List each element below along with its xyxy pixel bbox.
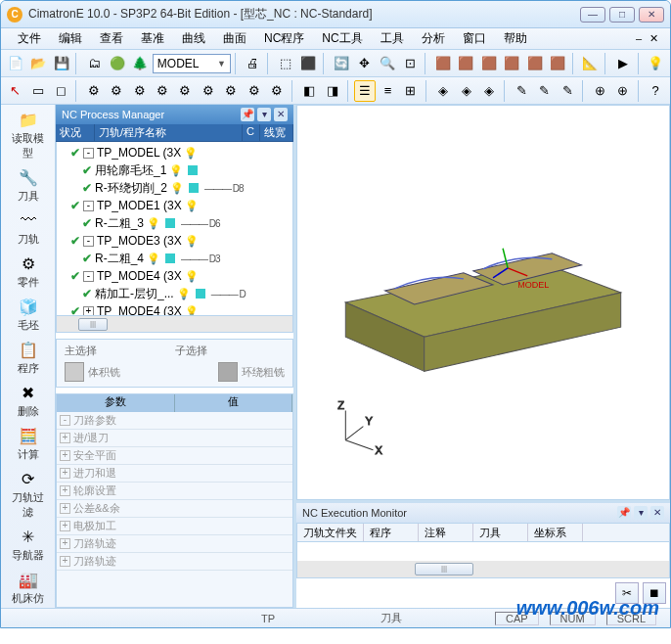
nc1-icon[interactable]: ⚙ — [83, 80, 104, 102]
measure-icon[interactable]: 📐 — [580, 53, 601, 74]
bulb-icon[interactable]: 💡 — [185, 305, 199, 317]
opt2-icon[interactable]: ≡ — [378, 80, 398, 102]
f1-icon[interactable]: ⊕ — [590, 80, 610, 102]
expand-icon[interactable]: + — [60, 433, 70, 443]
leftbar-5[interactable]: 📋程序 — [8, 339, 49, 376]
iso4-icon[interactable]: 🟫 — [501, 53, 521, 74]
menu-surface[interactable]: 曲面 — [214, 30, 255, 47]
menu-file[interactable]: 文件 — [9, 30, 50, 47]
param-row-3[interactable]: + 进刀和退 — [57, 465, 292, 483]
tree-row-9[interactable]: ✔ + TP_MODE4 (3X 💡 — [59, 302, 291, 316]
leftbar-10[interactable]: 🏭机床仿真 — [8, 569, 49, 608]
param-row-8[interactable]: + 刀路轨迹 — [57, 553, 292, 571]
opt1-icon[interactable]: ☰ — [354, 80, 375, 102]
expand-icon[interactable]: + — [60, 468, 70, 479]
leftbar-1[interactable]: 🔧刀具 — [8, 166, 49, 204]
param-row-0[interactable]: - 刀路参数 — [57, 412, 292, 430]
run-icon[interactable]: ▶ — [612, 53, 633, 74]
bulb-icon[interactable]: 💡 — [177, 288, 191, 300]
nc7-icon[interactable]: ⚙ — [221, 80, 242, 102]
param-row-6[interactable]: + 电极加工 — [57, 518, 292, 535]
iso2-icon[interactable]: 🟫 — [455, 53, 475, 74]
paint-icon[interactable]: 🟢 — [107, 53, 127, 74]
mdi-close[interactable]: ✕ — [646, 32, 662, 45]
expand-icon[interactable]: + — [83, 306, 94, 317]
menu-nctool[interactable]: NC工具 — [313, 30, 371, 47]
model-combo[interactable]: MODEL▼ — [153, 54, 231, 73]
bulb-icon[interactable]: 💡 — [185, 200, 199, 212]
help-icon[interactable]: ? — [646, 80, 666, 102]
leftbar-7[interactable]: 🧮计算 — [8, 425, 49, 462]
expand-icon[interactable]: - — [83, 201, 94, 211]
rotate-icon[interactable]: 🔄 — [331, 53, 351, 74]
bbox-icon[interactable]: ⬚ — [275, 53, 295, 74]
menu-analyze[interactable]: 分析 — [413, 30, 454, 47]
tree-hscroll[interactable]: ||| — [56, 316, 293, 333]
save-icon[interactable]: 💾 — [51, 53, 71, 74]
open-icon[interactable]: 📂 — [27, 53, 48, 74]
menu-tool[interactable]: 工具 — [372, 30, 413, 47]
menu-edit[interactable]: 编辑 — [50, 30, 91, 47]
nc4-icon[interactable]: ⚙ — [152, 80, 172, 102]
color-swatch[interactable] — [188, 165, 198, 175]
tree-row-6[interactable]: ✔ R-二粗_4 💡 ——— D3 — [59, 250, 291, 267]
leftbar-4[interactable]: 🧊毛坯 — [8, 296, 49, 333]
bulb-icon[interactable]: 💡 — [170, 182, 184, 195]
leftbar-2[interactable]: 〰刀轨 — [8, 209, 49, 247]
print-icon[interactable]: 🖨 — [243, 53, 263, 74]
opt3-icon[interactable]: ⊞ — [400, 80, 421, 102]
expand-icon[interactable]: + — [60, 450, 70, 461]
nc-tree[interactable]: ✔ - TP_MODEL (3X 💡 ✔ 用轮廓毛坯_1 💡 ✔ R-环绕切削_… — [56, 142, 293, 316]
bulb-icon[interactable]: 💡 — [646, 53, 666, 74]
bulb-icon[interactable]: 💡 — [147, 253, 160, 265]
sub-mill-icon[interactable] — [218, 362, 238, 382]
tree-row-2[interactable]: ✔ R-环绕切削_2 💡 ——— D8 — [59, 179, 291, 197]
leftbar-9[interactable]: ✳导航器 — [8, 526, 49, 563]
iso6-icon[interactable]: 🟫 — [547, 53, 567, 74]
d2-icon[interactable]: ◈ — [456, 80, 476, 102]
panel-close-icon[interactable]: ✕ — [274, 108, 288, 121]
col-param[interactable]: 参数 — [57, 394, 175, 412]
leftbar-3[interactable]: ⚙零件 — [8, 253, 49, 290]
leftbar-6[interactable]: ✖删除 — [8, 382, 49, 419]
menu-help[interactable]: 帮助 — [495, 30, 536, 47]
mdi-restore[interactable]: – — [632, 32, 646, 45]
bulb-icon[interactable]: 💡 — [185, 235, 199, 248]
nc5-icon[interactable]: ⚙ — [175, 80, 196, 102]
iso5-icon[interactable]: 🟫 — [524, 53, 545, 74]
d1-icon[interactable]: ◈ — [433, 80, 454, 102]
color-swatch[interactable] — [165, 253, 175, 263]
nc6-icon[interactable]: ⚙ — [198, 80, 218, 102]
tree-icon[interactable]: 🌲 — [129, 53, 150, 74]
new-icon[interactable]: 📄 — [5, 53, 25, 74]
tree-row-5[interactable]: ✔ - TP_MODE3 (3X 💡 — [59, 232, 291, 250]
fit-icon[interactable]: ⊡ — [400, 53, 421, 74]
bulb-icon[interactable]: 💡 — [184, 147, 198, 160]
param-row-5[interactable]: + 公差&&余 — [57, 500, 292, 518]
menu-view[interactable]: 查看 — [91, 30, 132, 47]
nc8-icon[interactable]: ⚙ — [244, 80, 264, 102]
nc9-icon[interactable]: ⚙ — [266, 80, 287, 102]
expand-icon[interactable]: - — [60, 415, 70, 426]
f2-icon[interactable]: ⊕ — [612, 80, 633, 102]
3d-canvas[interactable]: MODEL Z Y X — [296, 105, 670, 500]
iso3-icon[interactable]: 🟫 — [478, 53, 499, 74]
e2-icon[interactable]: ✎ — [534, 80, 555, 102]
nc3-icon[interactable]: ⚙ — [129, 80, 150, 102]
sel-icon[interactable]: ▭ — [27, 80, 48, 102]
tree-row-3[interactable]: ✔ - TP_MODE1 (3X 💡 — [59, 197, 291, 214]
expand-icon[interactable]: + — [60, 538, 70, 549]
color-swatch[interactable] — [165, 218, 175, 228]
e3-icon[interactable]: ✎ — [557, 80, 577, 102]
menu-curve[interactable]: 曲线 — [173, 30, 214, 47]
m2-icon[interactable]: ◨ — [322, 80, 342, 102]
color-swatch[interactable] — [196, 289, 205, 299]
exec-pin-icon[interactable]: 📌 — [617, 506, 631, 520]
m1-icon[interactable]: ◧ — [299, 80, 320, 102]
minimize-button[interactable]: — — [580, 7, 605, 23]
exec-close-icon[interactable]: ✕ — [650, 506, 664, 520]
expand-icon[interactable]: - — [83, 148, 94, 159]
leftbar-8[interactable]: ⟳刀轨过滤 — [8, 468, 49, 520]
select-icon[interactable]: ⬛ — [298, 53, 319, 74]
maximize-button[interactable]: □ — [609, 7, 635, 23]
